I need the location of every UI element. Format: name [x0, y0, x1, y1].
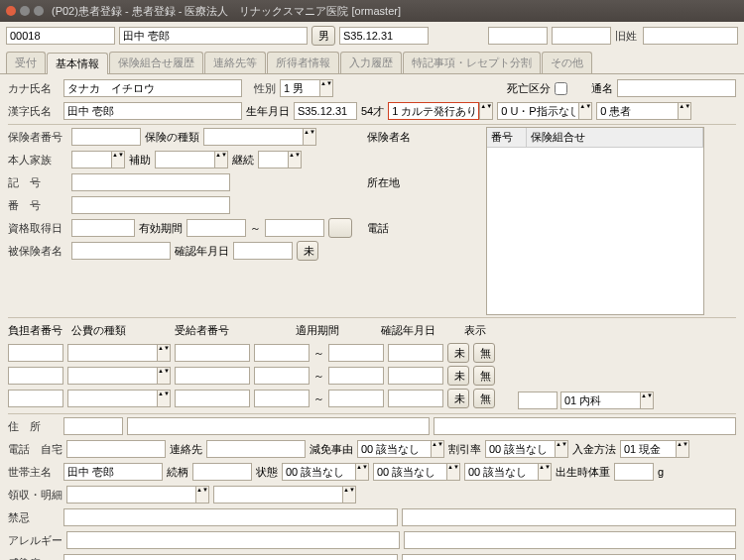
patient-name-input[interactable]	[119, 27, 308, 45]
jukyuu-input[interactable]	[175, 367, 250, 385]
yukou2-input[interactable]	[265, 219, 324, 237]
mi-button[interactable]: 未	[447, 366, 469, 386]
ins-type-select[interactable]	[203, 128, 303, 146]
wari-select[interactable]	[485, 440, 555, 458]
nyukin-select[interactable]	[620, 440, 676, 458]
jotai2-select[interactable]	[373, 463, 446, 481]
jotai1-select[interactable]	[282, 463, 355, 481]
tsusho-input[interactable]	[617, 79, 736, 97]
karte-select[interactable]	[388, 102, 479, 120]
allergy2-input[interactable]	[404, 531, 737, 549]
spin-icon[interactable]: ▲▼	[319, 79, 333, 97]
minimize-icon[interactable]	[20, 6, 30, 16]
tab-7[interactable]: その他	[542, 52, 592, 73]
kanji-input[interactable]	[63, 102, 242, 120]
spin-icon[interactable]: ▲▼	[303, 128, 316, 146]
futan-input[interactable]	[8, 367, 63, 385]
renraku-input[interactable]	[206, 440, 306, 458]
patient-id-input[interactable]	[6, 27, 115, 45]
jukyuu-input[interactable]	[175, 390, 250, 407]
kouhi-kakunin-input[interactable]	[388, 390, 443, 407]
keizoku-select[interactable]	[258, 151, 288, 168]
kouhi-type-select[interactable]	[67, 367, 157, 385]
ryoshu1-select[interactable]	[66, 486, 195, 504]
spin-icon[interactable]: ▲▼	[157, 367, 171, 385]
tab-0[interactable]: 受付	[6, 52, 46, 73]
kouhi-type-select[interactable]	[67, 344, 157, 362]
mi-button[interactable]: 未	[297, 241, 318, 261]
spin-icon[interactable]: ▲▼	[111, 151, 125, 168]
tab-6[interactable]: 特記事項・レセプト分割	[403, 52, 541, 73]
maximize-icon[interactable]	[34, 6, 44, 16]
spin-icon[interactable]: ▲▼	[195, 486, 209, 504]
spin-icon[interactable]: ▲▼	[578, 102, 592, 120]
spin-icon[interactable]: ▲▼	[431, 440, 444, 458]
tel-input[interactable]	[66, 440, 166, 458]
spin-icon[interactable]: ▲▼	[538, 463, 552, 481]
jukyuu-input[interactable]	[175, 344, 250, 362]
spin-icon[interactable]: ▲▼	[640, 392, 654, 409]
yukou-button[interactable]	[328, 218, 352, 238]
tab-1[interactable]: 基本情報	[47, 53, 108, 74]
tab-3[interactable]: 連絡先等	[204, 52, 266, 73]
taiju-input[interactable]	[614, 463, 654, 481]
fam-select[interactable]	[71, 151, 111, 168]
spin-icon[interactable]: ▲▼	[355, 463, 369, 481]
genmen-select[interactable]	[357, 440, 431, 458]
kouhi-kakunin-input[interactable]	[388, 367, 443, 385]
spin-icon[interactable]: ▲▼	[342, 486, 356, 504]
tab-4[interactable]: 所得者情報	[267, 52, 339, 73]
insurance-list[interactable]: 番号保険組合せ	[486, 127, 704, 315]
zip-input[interactable]	[63, 417, 123, 435]
kouhi-kakunin-input[interactable]	[388, 344, 443, 362]
mi-button[interactable]: 未	[447, 389, 469, 408]
kikan2-input[interactable]	[328, 390, 384, 407]
allergy1-input[interactable]	[66, 531, 400, 549]
tab-5[interactable]: 入力履歴	[340, 52, 402, 73]
spin-icon[interactable]: ▲▼	[676, 440, 689, 458]
extra2-input[interactable]	[552, 27, 611, 45]
hihoken-input[interactable]	[71, 242, 171, 260]
spin-icon[interactable]: ▲▼	[446, 463, 460, 481]
kikan1-input[interactable]	[254, 344, 310, 362]
kikan1-input[interactable]	[254, 367, 310, 385]
close-icon[interactable]	[6, 6, 16, 16]
futan-input[interactable]	[8, 344, 63, 362]
ins-num-input[interactable]	[71, 128, 141, 146]
mu-button[interactable]: 無	[473, 366, 495, 386]
spin-icon[interactable]: ▲▼	[214, 151, 228, 168]
shutoku-input[interactable]	[71, 219, 135, 237]
yukou1-input[interactable]	[186, 219, 246, 237]
mu-button[interactable]: 無	[473, 343, 495, 363]
futan-input[interactable]	[8, 390, 63, 407]
up-select[interactable]	[497, 102, 578, 120]
jotai3-select[interactable]	[464, 463, 538, 481]
dept-select[interactable]	[560, 392, 640, 409]
kikan1-input[interactable]	[254, 390, 310, 407]
spin-icon[interactable]: ▲▼	[479, 102, 493, 120]
kansen1-input[interactable]	[63, 554, 398, 560]
extra1-input[interactable]	[488, 27, 548, 45]
hojo-select[interactable]	[155, 151, 214, 168]
sex-button[interactable]: 男	[311, 26, 335, 46]
old-name-input[interactable]	[643, 27, 738, 45]
bango-input[interactable]	[71, 196, 230, 214]
kana-input[interactable]	[63, 79, 242, 97]
kikan2-input[interactable]	[328, 367, 384, 385]
addr1-input[interactable]	[127, 417, 430, 435]
ryoshu2-select[interactable]	[213, 486, 342, 504]
setai-input[interactable]	[63, 463, 163, 481]
birth-input[interactable]	[339, 27, 429, 45]
kouhi-type-select[interactable]	[67, 390, 157, 407]
dept-code-input[interactable]	[518, 392, 558, 409]
tab-2[interactable]: 保険組合せ履歴	[109, 52, 203, 73]
spin-icon[interactable]: ▲▼	[157, 390, 171, 407]
sex-select[interactable]	[280, 79, 319, 97]
kinki1-input[interactable]	[63, 508, 398, 526]
kakunin-input[interactable]	[233, 242, 293, 260]
mi-button[interactable]: 未	[447, 343, 469, 363]
spin-icon[interactable]: ▲▼	[157, 344, 171, 362]
death-checkbox[interactable]	[555, 82, 567, 95]
mu-button[interactable]: 無	[473, 389, 495, 408]
kigo-input[interactable]	[71, 173, 230, 191]
